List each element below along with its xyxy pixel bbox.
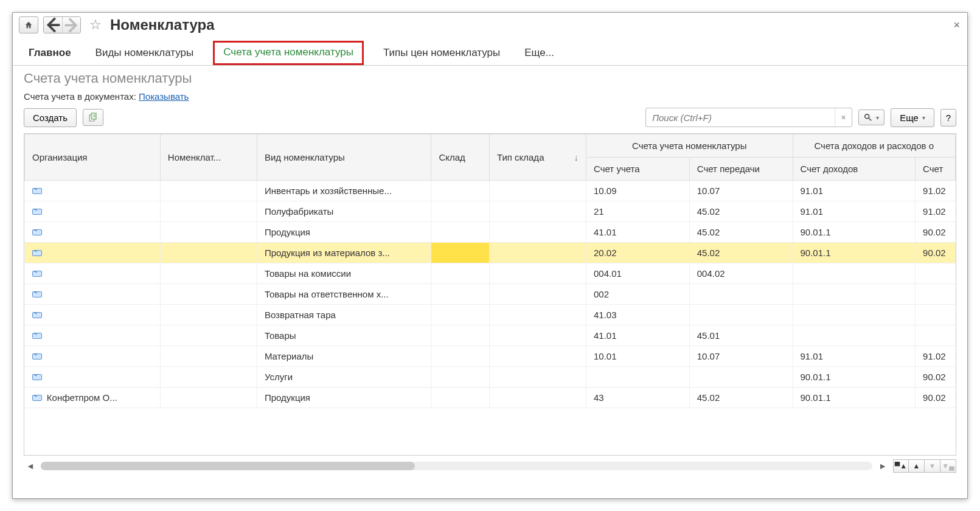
cell-warehouse-type [489, 263, 586, 284]
cell-transfer: 45.01 [689, 325, 793, 346]
cell-nomen [160, 284, 257, 305]
tabs: Главное Виды номенклатуры Счета учета но… [13, 37, 967, 66]
search-field: × [645, 108, 852, 127]
col-nomen[interactable]: Номенклат... [160, 134, 257, 181]
doc-info-link[interactable]: Показывать [139, 91, 189, 102]
cell-income: 90.01.1 [793, 222, 916, 243]
cell-warehouse [431, 367, 489, 388]
col-warehouse[interactable]: Склад [431, 134, 489, 181]
scroll-track[interactable] [41, 462, 872, 470]
cell-nomen [160, 367, 257, 388]
back-button[interactable] [44, 17, 62, 33]
cell-warehouse-type [489, 305, 586, 325]
table-row[interactable]: Товары на комиссии004.01004.02 [25, 263, 956, 284]
cell-type: Материалы [257, 346, 431, 367]
create-button[interactable]: Создать [24, 108, 77, 127]
cell-transfer [689, 305, 793, 325]
help-button[interactable]: ? [940, 109, 956, 127]
tab-main[interactable]: Главное [24, 43, 76, 65]
tab-more[interactable]: Еще... [520, 43, 559, 65]
table-row[interactable]: Конфетпром О...Продукция4345.0290.01.190… [25, 388, 956, 408]
cell-warehouse [431, 201, 489, 222]
scroll-thumb[interactable] [41, 462, 415, 470]
row-up-button[interactable]: ▲ [909, 459, 925, 473]
cell-warehouse [431, 181, 489, 201]
cell-transfer: 10.07 [689, 346, 793, 367]
cell-type: Возвратная тара [257, 305, 431, 325]
cell-expense [916, 305, 956, 325]
table-row[interactable]: Инвентарь и хозяйственные...10.0910.0791… [25, 181, 956, 201]
table-row[interactable]: Продукция41.0145.0290.01.190.02 [25, 222, 956, 243]
cell-type: Продукция [257, 222, 431, 243]
cell-expense: 91.02 [916, 201, 956, 222]
cell-acc: 10.09 [586, 181, 690, 201]
col-acc-group[interactable]: Счета учета номенклатуры [586, 134, 793, 158]
row-last-button[interactable]: ▼▄ [940, 459, 956, 473]
cell-income [793, 305, 916, 325]
nav-back-forward [43, 16, 81, 33]
search-input[interactable] [646, 108, 835, 127]
forward-button[interactable] [62, 17, 80, 33]
tab-accounts[interactable]: Счета учета номенклатуры [213, 41, 364, 65]
cell-acc [586, 367, 690, 388]
search-clear-icon[interactable]: × [835, 108, 852, 127]
cell-acc: 002 [586, 284, 690, 305]
cell-type: Товары на комиссии [257, 263, 431, 284]
col-income-group[interactable]: Счета доходов и расходов о [793, 134, 955, 158]
col-acc-partial[interactable]: Счет [916, 158, 956, 181]
sort-icon: ↓ [574, 152, 579, 162]
svg-point-5 [865, 114, 869, 119]
scroll-right-icon[interactable]: ► [876, 461, 889, 471]
row-first-button[interactable]: ▀▲ [893, 459, 909, 473]
table-row[interactable]: Возвратная тара41.03 [25, 305, 956, 325]
cell-transfer: 45.02 [689, 222, 793, 243]
cell-nomen [160, 305, 257, 325]
cell-acc: 41.01 [586, 222, 690, 243]
cell-type: Продукция [257, 388, 431, 408]
more-button[interactable]: Еще ▾ [891, 108, 934, 127]
cell-type: Товары [257, 325, 431, 346]
row-icon [32, 312, 42, 318]
row-icon [32, 250, 42, 256]
scroll-left-icon[interactable]: ◄ [24, 461, 37, 471]
section-title: Счета учета номенклатуры [13, 66, 967, 89]
table-row[interactable]: Услуги90.01.190.02 [25, 367, 956, 388]
col-acc-balance[interactable]: Счет учета [586, 158, 690, 181]
table-row[interactable]: Товары на ответственном х...002 [25, 284, 956, 305]
cell-acc: 004.01 [586, 263, 690, 284]
home-button[interactable] [19, 16, 38, 33]
col-acc-income[interactable]: Счет доходов [793, 158, 916, 181]
doc-info-label: Счета учета в документах: [24, 91, 139, 102]
cell-transfer [689, 284, 793, 305]
data-table[interactable]: Организация Номенклат... Вид номенклатур… [24, 133, 956, 456]
cell-acc: 10.01 [586, 346, 690, 367]
tab-price-types[interactable]: Типы цен номенклатуры [378, 43, 505, 65]
col-org[interactable]: Организация [25, 134, 161, 181]
cell-income [793, 284, 916, 305]
col-acc-transfer[interactable]: Счет передачи [689, 158, 793, 181]
row-down-button[interactable]: ▼ [925, 459, 940, 473]
row-icon [32, 353, 42, 360]
close-icon[interactable]: × [953, 19, 960, 32]
cell-acc: 43 [586, 388, 690, 408]
cell-acc: 20.02 [586, 243, 690, 263]
table-row[interactable]: Товары41.0145.01 [25, 325, 956, 346]
cell-warehouse-type [489, 367, 586, 388]
cell-type: Товары на ответственном х... [257, 284, 431, 305]
favorite-icon[interactable]: ☆ [89, 17, 102, 33]
table-row[interactable]: Материалы10.0110.0791.0191.02 [25, 346, 956, 367]
cell-expense: 90.02 [916, 243, 956, 263]
table-row[interactable]: Продукция из материалов з...20.0245.0290… [25, 243, 956, 263]
col-type[interactable]: Вид номенклатуры [257, 134, 431, 181]
copy-button[interactable]: + [83, 109, 103, 126]
titlebar: ☆ Номенклатура × [13, 13, 967, 37]
tab-types[interactable]: Виды номенклатуры [91, 43, 199, 65]
cell-warehouse-type [489, 388, 586, 408]
row-icon [32, 188, 42, 194]
table-row[interactable]: Полуфабрикаты2145.0291.0191.02 [25, 201, 956, 222]
cell-warehouse [431, 243, 489, 263]
cell-type: Полуфабрикаты [257, 201, 431, 222]
col-warehouse-type[interactable]: Тип склада↓ [489, 134, 586, 181]
cell-org: Конфетпром О... [47, 392, 117, 403]
search-button[interactable]: ▾ [858, 109, 884, 125]
